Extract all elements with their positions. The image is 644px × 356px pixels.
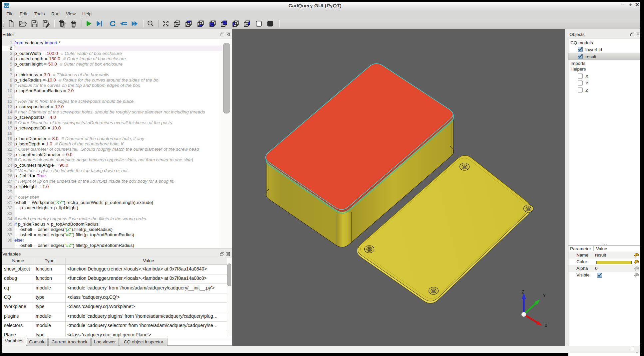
svg-text:Y: Y bbox=[543, 293, 546, 298]
svg-text:Z: Z bbox=[521, 289, 524, 294]
svg-text:X: X bbox=[544, 323, 548, 328]
